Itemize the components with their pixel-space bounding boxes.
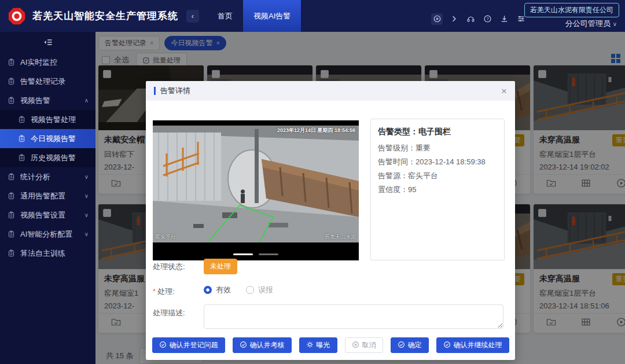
sidebar-submenu: 视频告警处理今日视频告警历史视频告警 bbox=[0, 110, 95, 167]
radio-icon bbox=[246, 286, 254, 294]
sidebar-item-label: 通用告警配置 bbox=[20, 191, 65, 201]
clipboard-icon bbox=[18, 116, 26, 124]
check-circle-icon bbox=[159, 341, 167, 350]
download-icon[interactable] bbox=[498, 13, 510, 25]
modal-footer: 确认并登记问题确认并考核曝光取消确定确认并继续处理 bbox=[146, 337, 515, 353]
app-title: 若羌天山智能安全生产管理系统 bbox=[32, 9, 178, 23]
modal-button-1[interactable]: 确认并登记问题 bbox=[152, 337, 225, 353]
radio-valid[interactable]: 有效 bbox=[204, 285, 231, 295]
alarm-type: 告警类型：电子围栏 bbox=[378, 127, 497, 137]
sidebar-item[interactable]: 视频告警设置∨ bbox=[0, 205, 95, 225]
clipboard-icon bbox=[8, 58, 16, 67]
modal-button-4[interactable]: 取消 bbox=[345, 337, 383, 353]
handle-label: *处理: bbox=[153, 286, 175, 297]
app-logo-icon bbox=[7, 6, 27, 26]
handle-description-input[interactable] bbox=[204, 304, 503, 329]
sidebar-item[interactable]: AI智能分析配置∨ bbox=[0, 225, 95, 244]
chevron-down-icon: ∨ bbox=[613, 21, 617, 27]
chevron-down-icon: ∨ bbox=[84, 212, 89, 218]
camera-timestamp: 2023年12月14日 星期四 18:54:56 bbox=[277, 127, 355, 134]
status-label: 处理状态: bbox=[153, 262, 185, 272]
carousel-dot[interactable] bbox=[259, 253, 278, 255]
modal-button-2[interactable]: 确认并考核 bbox=[233, 337, 292, 353]
carousel-dots bbox=[153, 253, 359, 255]
sidebar-subitem[interactable]: 今日视频告警 bbox=[0, 129, 95, 148]
alarm-confidence: 置信度：95 bbox=[378, 183, 497, 197]
description-label: 处理描述: bbox=[153, 308, 185, 318]
radio-icon bbox=[204, 286, 212, 294]
header-right: ? 若羌天山水泥有限责任公司 分公司管理员∨ bbox=[431, 0, 625, 32]
clipboard-icon bbox=[8, 211, 16, 219]
alarm-detail-modal: 告警详情 × 202 bbox=[146, 81, 515, 360]
modal-title: 告警详情 bbox=[154, 87, 190, 95]
radio-false-alarm[interactable]: 误报 bbox=[246, 285, 273, 295]
help-icon[interactable]: ? bbox=[481, 13, 493, 25]
exit-fullscreen-icon[interactable] bbox=[431, 13, 443, 25]
headset-icon[interactable] bbox=[465, 13, 476, 25]
sidebar-item-label: 算法自主训练 bbox=[20, 248, 65, 259]
sidebar-subitem[interactable]: 视频告警处理 bbox=[0, 110, 95, 129]
company-selector[interactable]: 若羌天山水泥有限责任公司 bbox=[524, 3, 619, 17]
app-header: 若羌天山智能安全生产管理系统 ‹ 首页 视频AI告警 ? 若羌天山水泥有限责任公… bbox=[0, 0, 625, 32]
alarm-detail-panel: 告警类型：电子围栏 告警级别：重要 告警时间：2023-12-14 18:59:… bbox=[370, 119, 505, 260]
alarm-time: 告警时间：2023-12-14 18:59:38 bbox=[378, 155, 497, 169]
check-circle-icon bbox=[398, 341, 405, 350]
header-icons: ? bbox=[431, 13, 527, 25]
required-asterisk: * bbox=[153, 287, 156, 296]
sidebar-subitem[interactable]: 历史视频告警 bbox=[0, 148, 95, 167]
clipboard-icon bbox=[8, 173, 16, 181]
sidebar: AI实时监控告警处理记录视频告警∧视频告警处理今日视频告警历史视频告警统计分析∨… bbox=[0, 32, 95, 364]
sidebar-item-label: AI智能分析配置 bbox=[20, 229, 72, 240]
sun-icon bbox=[306, 341, 314, 350]
modal-button-3[interactable]: 曝光 bbox=[299, 337, 337, 353]
sidebar-menu: AI实时监控告警处理记录视频告警∧视频告警处理今日视频告警历史视频告警统计分析∨… bbox=[0, 53, 95, 263]
clipboard-icon bbox=[8, 192, 16, 200]
chevron-up-icon: ∧ bbox=[84, 97, 89, 104]
sidebar-item-label: 今日视频告警 bbox=[31, 134, 76, 144]
top-nav-video-ai[interactable]: 视频AI告警 bbox=[243, 0, 301, 32]
clipboard-icon bbox=[8, 78, 16, 86]
sidebar-item[interactable]: 视频告警∧ bbox=[0, 91, 95, 110]
camera-image bbox=[153, 126, 359, 242]
nav-back-button[interactable]: ‹ bbox=[186, 10, 199, 23]
arrow-right-icon[interactable] bbox=[448, 13, 459, 25]
modal-button-5[interactable]: 确定 bbox=[391, 337, 429, 353]
sidebar-item-label: 告警处理记录 bbox=[20, 76, 65, 87]
alarm-snapshot-viewer: 2023年12月14日 星期四 18:54:56 窑头平台 若羌天山水泥 bbox=[153, 120, 359, 260]
check-circle-icon bbox=[443, 341, 451, 350]
svg-text:?: ? bbox=[486, 16, 488, 21]
chevron-down-icon: ∨ bbox=[84, 174, 89, 180]
sidebar-item[interactable]: 算法自主训练 bbox=[0, 244, 95, 263]
user-role-menu[interactable]: 分公司管理员∨ bbox=[565, 19, 617, 29]
alarm-level: 告警级别：重要 bbox=[378, 141, 497, 155]
clipboard-icon bbox=[8, 97, 16, 105]
main-content: 告警处理记录×今日视频告警× 全选 批量处理 未戴安全帽回转窑下2023-12-… bbox=[95, 32, 625, 364]
sidebar-item-label: 历史视频告警 bbox=[31, 153, 76, 163]
sidebar-item-label: 视频告警设置 bbox=[20, 210, 65, 220]
sidebar-item[interactable]: 告警处理记录 bbox=[0, 72, 95, 91]
sidebar-item[interactable]: 通用告警配置∨ bbox=[0, 186, 95, 205]
carousel-dot[interactable] bbox=[233, 253, 253, 255]
modal-button-6[interactable]: 确认并继续处理 bbox=[436, 337, 509, 353]
close-icon[interactable]: × bbox=[501, 86, 507, 96]
sidebar-item-label: AI实时监控 bbox=[20, 57, 57, 68]
modal-header: 告警详情 × bbox=[146, 81, 515, 101]
sidebar-item-label: 统计分析 bbox=[20, 172, 50, 182]
top-nav: 首页 视频AI告警 bbox=[207, 0, 301, 32]
top-nav-home[interactable]: 首页 bbox=[207, 0, 243, 32]
clipboard-icon bbox=[18, 135, 26, 143]
chevron-down-icon: ∨ bbox=[84, 193, 89, 199]
sidebar-item-label: 视频告警 bbox=[20, 95, 50, 106]
status-badge: 未处理 bbox=[204, 259, 237, 274]
clipboard-icon bbox=[18, 154, 26, 162]
handle-radio-group: 有效误报 bbox=[204, 285, 273, 295]
sidebar-item[interactable]: 统计分析∨ bbox=[0, 167, 95, 186]
sidebar-item[interactable]: AI实时监控 bbox=[0, 53, 95, 72]
clipboard-icon bbox=[8, 230, 16, 238]
close-circle-icon bbox=[352, 341, 359, 350]
chevron-down-icon: ∨ bbox=[84, 231, 89, 237]
clipboard-icon bbox=[8, 249, 16, 258]
sidebar-collapse-button[interactable] bbox=[0, 32, 95, 53]
camera-label-right: 若羌天山水泥 bbox=[325, 233, 356, 241]
camera-label-left: 窑头平台 bbox=[155, 233, 176, 241]
